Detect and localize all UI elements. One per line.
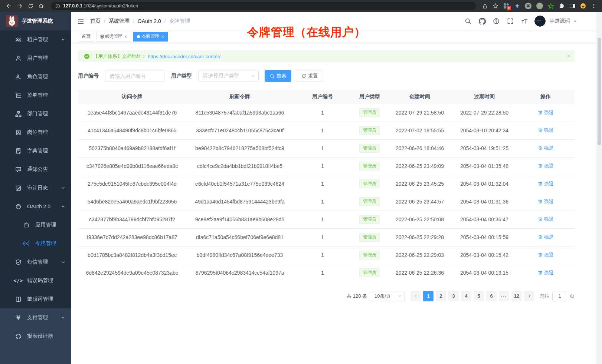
page-button-5[interactable]: 5 — [474, 291, 484, 301]
breadcrumb-system[interactable]: 系统管理 — [101, 18, 130, 24]
font-size-icon[interactable] — [520, 17, 529, 25]
url-bar[interactable]: 127.0.0.1:1024/system/oauth2/token — [51, 2, 476, 10]
prev-page-button[interactable] — [410, 291, 421, 301]
site-info-icon[interactable] — [55, 3, 60, 9]
app-logo[interactable]: 芋道管理系统 — [0, 12, 71, 30]
sidebar-item-audit-log[interactable]: 审计日志 — [0, 179, 71, 197]
sidebar-item-tenant[interactable]: 租户管理 — [0, 30, 71, 49]
sidebar-item-label: 报表设计器 — [27, 333, 53, 340]
page-button-12[interactable]: 12 — [511, 291, 522, 301]
access-token-cell: 502375b8040a469a9b82188afdf6af1f — [78, 139, 186, 157]
sidebar-item-sensitive-words[interactable]: 敏感词管理 — [0, 290, 71, 308]
force-logout-button[interactable]: 强退 — [538, 109, 554, 116]
sidebar-item-post[interactable]: 岗位管理 — [0, 123, 71, 142]
star-extension-icon[interactable] — [548, 3, 554, 9]
tab-sensitive-words[interactable]: 敏感词管理 × — [96, 32, 131, 42]
chevron-up-icon — [61, 204, 65, 209]
force-logout-button[interactable]: 强退 — [538, 127, 554, 134]
force-logout-button[interactable]: 强退 — [538, 216, 554, 223]
sidebar-item-role[interactable]: 角色管理 — [0, 67, 71, 86]
user-type-select[interactable]: 请选择用户类型 — [198, 70, 259, 82]
force-logout-button[interactable]: 强退 — [538, 181, 554, 187]
tab-close-icon[interactable]: × — [161, 34, 164, 39]
action-cell: 强退 — [517, 193, 575, 211]
sidebar-item-report-designer[interactable]: 报表设计器 — [0, 327, 71, 345]
scrollbar-thumb[interactable] — [598, 38, 601, 145]
screen: 127.0.0.1:1024/system/oauth2/token 9 ⌘ 芋… — [0, 0, 602, 364]
page-button-2[interactable]: 2 — [436, 291, 446, 301]
sidebar-item-oauth-apps[interactable]: 应用管理 — [0, 216, 71, 234]
page-button-1[interactable]: 1 — [423, 291, 433, 301]
breadcrumb-home[interactable]: 首页 — [90, 18, 101, 24]
sidebar-item-oauth[interactable]: OAuth 2.0 — [0, 197, 71, 216]
user-id-input[interactable] — [105, 70, 164, 82]
sidebar-item-dict[interactable]: 字典管理 — [0, 142, 71, 160]
tab-close-icon[interactable]: × — [124, 34, 127, 39]
sidebar-item-payment[interactable]: ¥ 支付管理 — [0, 308, 71, 327]
breadcrumb-oauth[interactable]: OAuth 2.0 — [130, 18, 161, 24]
refresh-token-cell: 811c530487574fa0af1a59d3abc1aa66 — [186, 104, 293, 122]
next-page-button[interactable] — [524, 291, 534, 301]
table-row: 275e5de9151045fe87cbdc395e004f4de6cfd40e… — [78, 175, 575, 193]
user-type-label: 用户类型 — [171, 73, 192, 79]
user-type-cell: 管理员 — [352, 211, 387, 228]
help-icon[interactable] — [492, 17, 500, 25]
browser-menu-icon[interactable] — [591, 3, 597, 9]
tab-token-management[interactable]: 令牌管理 × — [133, 32, 168, 42]
profile-avatar-emoji[interactable] — [580, 3, 586, 9]
search-button[interactable]: 搜索 — [265, 70, 291, 82]
force-logout-button[interactable]: 强退 — [538, 198, 554, 205]
force-logout-button[interactable]: 强退 — [538, 269, 554, 276]
force-logout-button[interactable]: 强退 — [538, 163, 554, 169]
audit-edit-icon — [15, 185, 22, 191]
pager-ellipsis[interactable]: ··· — [499, 291, 509, 301]
page-button-3[interactable]: 3 — [448, 291, 459, 301]
table-row: 54d6be82ee5a460a9aedc1f9bf22365649d1aa46… — [78, 193, 575, 211]
fullscreen-icon[interactable] — [506, 17, 514, 25]
tab-home[interactable]: 首页 — [78, 32, 94, 42]
sidebar-item-error-code[interactable]: </> 错误码管理 — [0, 271, 71, 290]
sidebar-item-notice[interactable]: 通知公告 — [0, 160, 71, 179]
user-avatar[interactable] — [534, 16, 546, 27]
expire-time-cell: 2054-03-04 01:32:04 — [452, 175, 517, 193]
sidebar-item-token-management[interactable]: 令牌管理 — [0, 234, 71, 253]
github-icon[interactable] — [478, 17, 486, 25]
back-icon[interactable] — [6, 3, 12, 9]
force-logout-button[interactable]: 强退 — [538, 252, 554, 258]
page-scrollbar[interactable] — [596, 12, 602, 364]
sidebar-item-dept[interactable]: 部门管理 — [0, 105, 71, 123]
page-button-6[interactable]: 6 — [486, 291, 497, 301]
puzzle-extensions-icon[interactable] — [559, 3, 565, 9]
side-panel-icon[interactable] — [569, 3, 575, 9]
sidebar-item-sms[interactable]: 短信管理 — [0, 253, 71, 271]
home-icon[interactable] — [38, 3, 44, 9]
sidebar-item-menu[interactable]: 菜单管理 — [0, 86, 71, 105]
forward-icon[interactable] — [17, 3, 23, 9]
tab-label: 令牌管理 — [142, 33, 160, 40]
expire-time-cell: 2054-03-04 00:15:42 — [452, 246, 517, 264]
refresh-token-cell: e6cfd40eb1f54571a31e775e039c4624 — [186, 175, 293, 193]
doc-link[interactable]: https://doc.iocoder.cn/user-center/ — [148, 54, 220, 59]
page-size-select[interactable]: 10条/页 — [371, 291, 405, 301]
page-button-4[interactable]: 4 — [461, 291, 471, 301]
refresh-token-cell: 9ce8ef2aa9f14056b831ae9b608e28d5 — [186, 211, 293, 228]
reset-button[interactable]: 重置 — [296, 70, 323, 82]
goto-page-input[interactable] — [552, 291, 567, 301]
reload-icon[interactable] — [27, 3, 33, 9]
expire-time-cell: 2022-07-29 22:28:50 — [452, 104, 517, 122]
username[interactable]: 芋道源码 — [549, 18, 570, 24]
share-icon[interactable] — [482, 3, 488, 9]
gem-extension-icon[interactable] — [514, 3, 520, 9]
alert-close-icon[interactable]: × — [567, 53, 570, 59]
sidebar-item-user[interactable]: 用户管理 — [0, 49, 71, 67]
sidebar-fold-icon[interactable] — [77, 18, 84, 25]
bookmark-star-icon[interactable] — [493, 3, 498, 9]
search-icon[interactable] — [464, 17, 472, 25]
user-id-cell: 1 — [293, 157, 352, 175]
extension-tabs-icon[interactable]: 9 — [503, 3, 509, 9]
caret-down-icon[interactable] — [573, 19, 577, 23]
force-logout-button[interactable]: 强退 — [538, 234, 554, 241]
command-extension-icon[interactable]: ⌘ — [525, 3, 531, 9]
recorder-extension-icon[interactable] — [536, 3, 543, 9]
force-logout-button[interactable]: 强退 — [538, 145, 554, 152]
